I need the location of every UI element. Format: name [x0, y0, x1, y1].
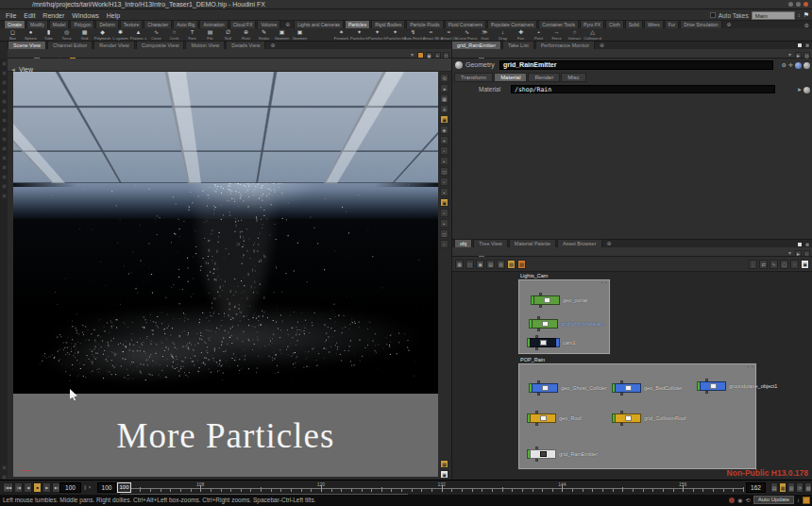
viewport-tool-icon[interactable]: ▦ — [440, 94, 448, 103]
pane-tab-performance-monitor[interactable]: Performance Monitor — [535, 41, 595, 49]
new-pane-tab-icon[interactable]: ⊕ — [600, 42, 604, 49]
shelf-tab-container-tools[interactable]: Container Tools — [538, 20, 579, 28]
new-pane-tab-icon[interactable]: ⊕ — [270, 42, 275, 49]
viewport-tool-icon[interactable]: ● — [440, 84, 448, 93]
magnifier-icon[interactable]: ○ — [804, 250, 810, 257]
viewport-tool-icon[interactable]: ⟲ — [440, 74, 448, 82]
tool-firework[interactable]: ✶Firework — [332, 28, 350, 41]
viewport-left-tool-icon[interactable] — [2, 465, 7, 470]
network-box-pop-rain[interactable]: POP_Rain▪ ▪geo_Ghost_Collidergeo_BedColl… — [518, 363, 756, 469]
shelf-tab-character[interactable]: Character — [144, 20, 172, 28]
viewport-left-tool-icon[interactable] — [2, 175, 7, 179]
node-name-field[interactable]: grid_RainEmitter — [499, 60, 773, 70]
network-tool-icon[interactable]: ▥ — [497, 260, 505, 269]
menu-help[interactable]: Help — [103, 12, 124, 19]
range-end-field[interactable]: 162 — [746, 482, 766, 493]
target-icon[interactable]: ◎ — [804, 52, 810, 59]
auto-takes-checkbox[interactable] — [710, 12, 716, 18]
pane-tab-composite-view[interactable]: Composite View — [136, 41, 185, 49]
tool-curve-force[interactable]: ∿Curve Force — [458, 28, 476, 41]
menu-windows[interactable]: Windows — [68, 12, 102, 19]
tool-particles-fr[interactable]: ✦Particles fr — [386, 28, 404, 41]
pane-tab-scene-view[interactable]: Scene View — [8, 41, 46, 49]
play-icon[interactable]: ► — [795, 250, 802, 257]
viewport-tool-icon[interactable]: ▪ — [440, 188, 448, 196]
shelf-tab-model[interactable]: Model — [49, 20, 70, 28]
network-editor-canvas[interactable]: Lights_Cam▪ ▪geo_portalgridlight_forebea… — [452, 272, 812, 480]
pin-icon[interactable] — [417, 52, 424, 59]
pane-tab-material-palette[interactable]: Material Palette — [509, 239, 556, 247]
connector-style-icon[interactable]: ⇄ — [759, 260, 768, 269]
tool-stroke[interactable]: ✎Stroke — [255, 28, 273, 41]
tool-geometr[interactable]: ▣Geometr — [291, 28, 309, 41]
tool-particles-fr[interactable]: ✦Particles fr — [350, 28, 368, 41]
shelf-tab-wires[interactable]: Wires — [644, 20, 664, 28]
tool-torus[interactable]: ◎Torus — [58, 28, 76, 41]
pane-tab-grid-rainemitter[interactable]: grid_RainEmitter — [451, 41, 501, 49]
dopesheet-icon[interactable]: ▤ — [770, 482, 778, 493]
viewport-tool-icon[interactable]: ▣ — [440, 470, 448, 479]
tool-l-system[interactable]: ✱L-system — [111, 28, 129, 41]
current-frame-field[interactable]: 100 — [59, 482, 81, 493]
tool-attract-wi[interactable]: ≈Attract Wi — [422, 28, 440, 41]
viewport-tool-icon[interactable]: ◻ — [440, 229, 448, 238]
menu-file[interactable]: File — [2, 12, 20, 19]
tool-geometr[interactable]: ▣Geometr — [273, 28, 291, 41]
close-button[interactable] — [804, 2, 808, 7]
crosshair-icon[interactable]: ✛ — [788, 60, 793, 70]
magnifier-icon[interactable]: ○ — [790, 260, 799, 269]
shelf-tab-animation[interactable]: Animation — [199, 20, 228, 28]
pane-split-icon[interactable] — [797, 42, 803, 48]
pane-tab-take-list[interactable]: Take List — [502, 41, 534, 49]
pane-tab-details-view[interactable]: Details View — [226, 41, 265, 49]
step-back-button[interactable]: |◀ — [14, 482, 23, 493]
viewport-tool-icon[interactable]: ✛ — [440, 105, 448, 113]
tool-interact[interactable]: ○Interact — [566, 28, 584, 41]
pane-tab-motion-view[interactable]: Motion View — [185, 41, 225, 49]
tool-file[interactable]: ▤File — [201, 28, 219, 41]
viewport-tool-icon[interactable]: ▫ — [440, 240, 448, 248]
tool-gust[interactable]: ≫Gust — [476, 28, 494, 41]
tool-grid[interactable]: ▦Grid — [76, 28, 93, 41]
network-tool-icon[interactable]: ▧ — [507, 260, 516, 269]
network-tool-icon[interactable]: ▨ — [517, 260, 526, 269]
tool-box[interactable]: ◻Box — [4, 28, 22, 41]
viewport-left-tool-icon[interactable] — [2, 71, 7, 76]
new-pane-tab-icon[interactable]: ⊕ — [607, 240, 612, 247]
sim-cache-icon[interactable]: ⟳ — [796, 482, 804, 493]
pane-tab-render-view[interactable]: Render View — [93, 41, 134, 49]
audio-icon[interactable]: ▥ — [787, 482, 795, 493]
loop-icon[interactable]: × — [89, 483, 92, 492]
tool-font[interactable]: TFont — [183, 28, 201, 41]
tool-particles-fr[interactable]: ✦Particles fr — [368, 28, 386, 41]
stop-button[interactable]: ■ — [33, 482, 42, 493]
overview-map-icon[interactable]: ▣ — [801, 260, 809, 269]
layout-icon[interactable]: ∿ — [770, 260, 778, 269]
viewport-tool-icon[interactable]: ▫ — [440, 146, 448, 155]
network-node-geo-bedcollider[interactable]: geo_BedCollider — [612, 383, 683, 393]
shelf-tab-fluid-containers[interactable]: Fluid Containers — [445, 20, 486, 28]
playhead-marker[interactable]: 100 — [117, 482, 131, 493]
gear-icon[interactable]: ⚙ — [782, 60, 787, 70]
network-tool-icon[interactable]: ◻ — [465, 260, 474, 269]
pane-tab-obj[interactable]: obj — [454, 239, 472, 247]
tool-null[interactable]: ∅Null — [219, 28, 237, 41]
menu-render[interactable]: Render — [39, 12, 68, 19]
shelf-tab-texture[interactable]: Texture — [120, 20, 143, 28]
subtab-material[interactable]: Material — [494, 73, 527, 82]
viewport-left-tool-icon[interactable] — [2, 109, 7, 113]
take-selector[interactable]: Main — [752, 11, 795, 20]
add-shelf-tab-icon[interactable]: ⊕ — [285, 21, 290, 28]
subtab-misc[interactable]: Misc — [561, 73, 585, 82]
shelf-tab-polygon[interactable]: Polygon — [70, 20, 94, 28]
viewport-tool-icon[interactable]: ▪ — [440, 157, 448, 165]
network-node-grid-rainemitter[interactable]: grid_RainEmitter — [527, 449, 598, 459]
network-node-geo-roof[interactable]: geo_Roof — [527, 413, 582, 423]
record-indicator-icon[interactable] — [729, 498, 735, 503]
tool-sphere[interactable]: ●Sphere — [22, 28, 40, 41]
tool-point[interactable]: •Point — [530, 28, 548, 41]
viewport-tool-icon[interactable]: ▦ — [440, 460, 448, 468]
take-stepper-icon[interactable]: ↕ — [798, 12, 801, 18]
shelf-tab-pyro-fx[interactable]: Pyro FX — [580, 20, 604, 28]
pane-tab-tree-view[interactable]: Tree View — [473, 239, 507, 247]
